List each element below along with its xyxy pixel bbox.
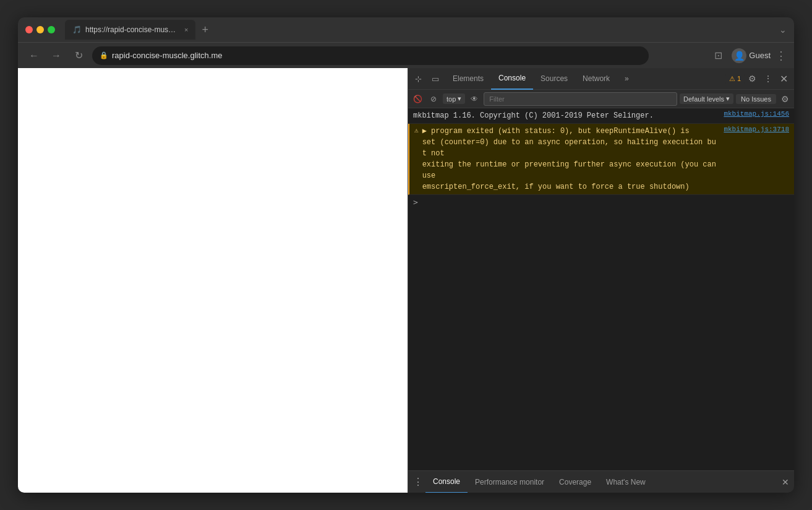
- tab-sources[interactable]: Sources: [533, 68, 575, 90]
- warning-icon: ⚠: [729, 75, 735, 83]
- minimize-button[interactable]: [36, 26, 44, 33]
- console-message-0: mkbitmap 1.16. Copyright (C) 2001-2019 P…: [408, 108, 794, 124]
- console-message-0-source[interactable]: mkbitmap.js:1456: [724, 110, 789, 118]
- url-text: rapid-concise-muscle.glitch.me: [112, 51, 222, 60]
- title-bar: 🎵 https://rapid-concise-muscle.g... × + …: [18, 17, 794, 42]
- devtools-settings-button[interactable]: ⚙: [745, 74, 760, 84]
- main-area: ⊹ ▭ Elements Console Sources Network: [18, 68, 794, 493]
- device-toolbar-icon[interactable]: ▭: [428, 71, 443, 86]
- lock-icon: 🔒: [100, 51, 108, 59]
- browser-window: 🎵 https://rapid-concise-muscle.g... × + …: [18, 17, 794, 493]
- tab-network[interactable]: Network: [575, 68, 617, 90]
- bottom-tab-performance-monitor-label: Performance monitor: [475, 478, 544, 486]
- more-menu-button[interactable]: ⋮: [776, 49, 787, 63]
- eye-button[interactable]: 👁: [468, 92, 481, 106]
- filter-button[interactable]: ⊘: [427, 92, 440, 106]
- no-issues-label: No Issues: [741, 95, 771, 103]
- bookmark-button[interactable]: ⊡: [709, 47, 727, 64]
- traffic-lights: [25, 26, 55, 33]
- tab-area: 🎵 https://rapid-concise-muscle.g... × + …: [65, 20, 787, 40]
- bottom-tab-coverage-label: Coverage: [559, 478, 591, 486]
- tab-console[interactable]: Console: [491, 68, 533, 90]
- tab-more[interactable]: »: [617, 68, 636, 90]
- bottom-tab-console-label: Console: [433, 477, 460, 486]
- warning-triangle-icon: ⚠: [414, 126, 419, 134]
- bottom-tab-console[interactable]: Console: [425, 471, 468, 493]
- tab-favicon: 🎵: [72, 25, 82, 34]
- default-levels-dropdown[interactable]: Default levels ▾: [680, 93, 733, 104]
- devtools-bottom-tabs: ⋮ Console Performance monitor Coverage W…: [408, 470, 794, 493]
- bottom-tab-performance-monitor[interactable]: Performance monitor: [468, 471, 552, 493]
- reload-button[interactable]: ↻: [70, 47, 87, 64]
- profile-icon: 👤: [732, 48, 746, 63]
- tab-title: https://rapid-concise-muscle.g...: [85, 25, 178, 34]
- tab-elements[interactable]: Elements: [445, 68, 491, 90]
- console-message-1: ⚠ ▶ program exited (with status: 0), but…: [408, 124, 794, 195]
- devtools-tabs: ⊹ ▭ Elements Console Sources Network: [408, 68, 794, 90]
- warning-count: 1: [737, 75, 741, 82]
- inspect-element-icon[interactable]: ⊹: [411, 71, 425, 86]
- maximize-button[interactable]: [48, 26, 55, 33]
- warning-badge[interactable]: ⚠ 1: [725, 74, 745, 84]
- page-content: [18, 68, 408, 493]
- tab-list-button[interactable]: ⌄: [779, 25, 787, 35]
- address-bar: ← → ↻ 🔒 rapid-concise-muscle.glitch.me ⊡…: [18, 42, 794, 68]
- devtools-more-button[interactable]: ⋮: [760, 74, 776, 84]
- address-bar-right: ⊡ 👤 Guest ⋮: [709, 47, 787, 64]
- no-issues-button[interactable]: No Issues: [736, 94, 776, 104]
- filter-input[interactable]: [484, 92, 677, 106]
- tab-close-button[interactable]: ×: [184, 26, 188, 33]
- bottom-close-button[interactable]: ✕: [782, 477, 789, 487]
- console-settings-button[interactable]: ⚙: [779, 94, 792, 104]
- bottom-tab-whats-new[interactable]: What's New: [599, 471, 653, 493]
- forward-button[interactable]: →: [48, 47, 65, 64]
- context-dropdown[interactable]: top ▾: [443, 93, 465, 104]
- default-levels-label: Default levels: [683, 95, 724, 103]
- devtools-tab-icons: ⊹ ▭: [411, 71, 443, 86]
- console-prompt: >: [413, 197, 418, 207]
- url-bar[interactable]: 🔒 rapid-concise-muscle.glitch.me: [92, 46, 649, 65]
- devtools-tab-group: Elements Console Sources Network »: [445, 68, 725, 90]
- console-toolbar: 🚫 ⊘ top ▾ 👁 Default levels ▾ No Issues ⚙: [408, 90, 794, 108]
- back-button[interactable]: ←: [25, 47, 43, 64]
- profile-name: Guest: [749, 51, 771, 60]
- new-tab-button[interactable]: +: [198, 24, 212, 35]
- profile-button[interactable]: 👤 Guest: [732, 48, 771, 63]
- bottom-tab-coverage[interactable]: Coverage: [552, 471, 599, 493]
- context-value: top: [447, 95, 456, 103]
- browser-tab[interactable]: 🎵 https://rapid-concise-muscle.g... ×: [65, 20, 195, 40]
- context-dropdown-arrow: ▾: [458, 95, 461, 103]
- console-message-0-text: mkbitmap 1.16. Copyright (C) 2001-2019 P…: [413, 110, 717, 121]
- bottom-tab-whats-new-label: What's New: [606, 478, 646, 486]
- default-levels-arrow: ▾: [726, 95, 730, 103]
- devtools-panel: ⊹ ▭ Elements Console Sources Network: [408, 68, 794, 493]
- devtools-close-button[interactable]: ✕: [776, 73, 792, 85]
- clear-console-button[interactable]: 🚫: [411, 92, 424, 106]
- close-button[interactable]: [25, 26, 33, 33]
- console-message-1-source[interactable]: mkbitmap.js:3718: [724, 126, 789, 133]
- console-message-1-text: ▶ program exited (with status: 0), but k…: [422, 126, 718, 192]
- console-input-line[interactable]: >: [408, 195, 794, 209]
- bottom-tab-more-button[interactable]: ⋮: [413, 476, 423, 488]
- console-output: mkbitmap 1.16. Copyright (C) 2001-2019 P…: [408, 108, 794, 470]
